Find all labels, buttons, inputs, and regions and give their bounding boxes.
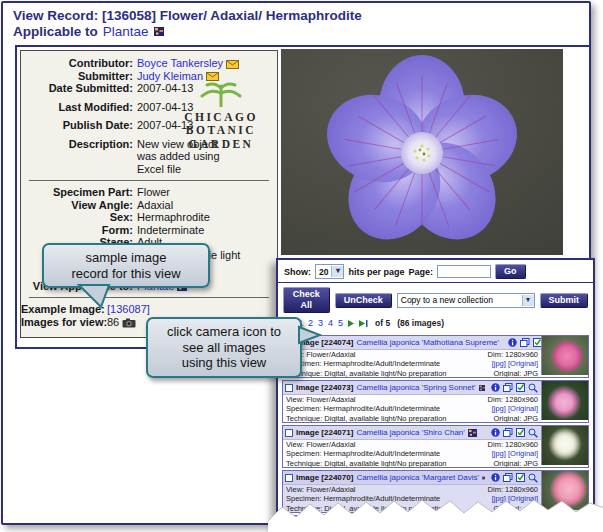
image-thumbnail[interactable] — [541, 381, 588, 420]
zoom-icon[interactable] — [528, 383, 538, 393]
jpg-link[interactable]: [jpg] — [492, 359, 506, 368]
contributor-label: Contributor: — [21, 57, 137, 70]
submitter-link[interactable]: Judy Kleiman — [137, 70, 203, 82]
species-link[interactable]: Camellia japonica 'Spring Sonnet' — [356, 383, 475, 392]
image-thumbnail[interactable] — [541, 426, 588, 465]
info-icon[interactable] — [491, 518, 500, 527]
info-icon[interactable] — [491, 473, 500, 482]
species-link[interactable]: Camellia japonica 'Margaret Davis' — [356, 473, 479, 482]
original-link[interactable]: [Original] — [508, 449, 538, 458]
email-icon[interactable] — [226, 60, 239, 69]
batch-actions-row: Check All UnCheck Copy to a new collecti… — [278, 283, 593, 315]
image-thumbnail[interactable] — [541, 336, 588, 375]
taxon-icon[interactable] — [154, 27, 164, 36]
description-label: Description: — [21, 138, 137, 151]
species-link[interactable]: Camellia japonica 'Mathotiana Supreme' — [356, 338, 499, 347]
callout-line: click camera icon to — [156, 324, 292, 340]
image-record: Image [224070] Camellia japonica 'Margar… — [282, 470, 589, 513]
page-number-link[interactable]: 5 — [338, 318, 343, 328]
species-link[interactable]: Camellia japonica 'Shiro Chan' — [356, 428, 464, 437]
view-angle-label: View Angle: — [21, 199, 137, 212]
record-view: View: Flower/Adaxial — [286, 395, 355, 404]
image-thumbnail[interactable] — [541, 471, 588, 510]
applicable-to-label: Applicable to — [13, 24, 98, 39]
record-checkbox[interactable] — [285, 474, 293, 482]
example-image-photo[interactable] — [281, 49, 563, 255]
record-specimen: Specimen: Hermaphrodite/Adult/Indetermin… — [286, 404, 440, 413]
flower-image — [281, 49, 563, 255]
edit-check-icon[interactable] — [516, 428, 525, 437]
jpg-link[interactable]: [jpg] — [492, 404, 506, 413]
sex-value: Hermaphrodite — [137, 211, 210, 223]
copy-icon[interactable] — [503, 383, 513, 392]
copy-icon[interactable] — [503, 473, 513, 482]
next-page-icon[interactable] — [347, 319, 355, 328]
taxon-icon[interactable] — [482, 474, 485, 482]
info-icon[interactable] — [491, 383, 500, 392]
jpg-link[interactable]: [jpg] — [492, 494, 506, 503]
info-icon[interactable] — [508, 338, 517, 347]
record-dim: Dim: 1280x960 — [488, 350, 538, 359]
collection-action-select[interactable]: Copy to a new collection▾ — [397, 293, 535, 308]
callout-line: see all images — [156, 340, 292, 356]
copy-icon[interactable] — [503, 518, 513, 527]
record-view: View: Flower/Adaxial — [286, 440, 355, 449]
chevron-down-icon: ▾ — [331, 266, 343, 277]
hits-per-page-select[interactable]: 20▾ — [315, 264, 344, 279]
page-title: View Record: [136058] Flower/ Adaxial/ H… — [13, 8, 362, 23]
collection-action-value: Copy to a new collection — [401, 295, 493, 305]
original-link[interactable]: [Original] — [508, 404, 538, 413]
email-icon[interactable] — [206, 72, 219, 81]
callout-line: record for this view — [52, 266, 200, 282]
copy-icon[interactable] — [520, 338, 530, 347]
uncheck-button[interactable]: UnCheck — [335, 293, 392, 308]
plantae-link[interactable]: Plantae — [103, 24, 149, 39]
taxon-icon[interactable] — [479, 384, 486, 392]
page-number-link[interactable]: 4 — [328, 318, 333, 328]
record-original: Original: JPG — [493, 504, 538, 513]
specimen-part-value: Flower — [137, 186, 170, 198]
original-link[interactable]: [Original] — [508, 494, 538, 503]
submitter-label: Submitter: — [21, 70, 137, 83]
zoom-icon[interactable] — [528, 428, 538, 438]
taxon-icon[interactable] — [435, 519, 444, 527]
camera-icon[interactable] — [122, 318, 136, 328]
date-submitted-label: Date Submitted: — [21, 82, 137, 95]
record-checkbox[interactable] — [285, 429, 293, 437]
check-all-button[interactable]: Check All — [283, 287, 330, 313]
image-id: Image [224071] — [296, 428, 353, 437]
last-page-icon[interactable] — [358, 319, 368, 328]
submit-button[interactable]: Submit — [540, 293, 589, 308]
copy-icon[interactable] — [503, 428, 513, 437]
go-button[interactable]: Go — [495, 264, 526, 279]
record-technique: Technique: Digital, available light/No p… — [286, 414, 447, 423]
record-specimen: Specimen: Hermaphrodite/Adult/Indetermin… — [286, 359, 440, 368]
info-icon[interactable] — [491, 428, 500, 437]
list-controls-row: Show: 20▾ hits per page Page: Go — [278, 260, 593, 283]
contributor-link[interactable]: Boyce Tankersley — [137, 57, 223, 69]
record-technique: Technique: Digital, available light/No p… — [286, 459, 447, 468]
record-technique: Technique: Digital, available light/No p… — [286, 504, 447, 513]
jpg-link[interactable]: [jpg] — [492, 449, 506, 458]
page-input[interactable] — [437, 265, 491, 278]
zoom-icon[interactable] — [528, 473, 538, 483]
image-id: Image [224073] — [296, 383, 353, 392]
record-specimen: Specimen: Hermaphrodite/Adult/Indetermin… — [286, 494, 440, 503]
edit-check-icon[interactable] — [516, 473, 525, 482]
example-image-link[interactable]: [136087] — [107, 303, 150, 315]
edit-check-icon[interactable] — [516, 383, 525, 392]
record-checkbox[interactable] — [285, 384, 293, 392]
hits-per-page-label: hits per page — [348, 267, 404, 277]
record-checkbox[interactable] — [285, 519, 293, 527]
image-record: Image [224073] Camellia japonica 'Spring… — [282, 380, 589, 423]
species-link[interactable]: Geranium 'Brookside' — [356, 518, 432, 527]
original-link[interactable]: [Original] — [508, 359, 538, 368]
taxon-icon[interactable] — [468, 429, 477, 437]
record-dim: Dim: 1280x960 — [488, 440, 538, 449]
zoom-icon[interactable] — [528, 518, 538, 528]
edit-check-icon[interactable] — [516, 518, 525, 527]
image-thumbnail[interactable] — [541, 516, 588, 532]
record-original: Original: JPG — [493, 414, 538, 423]
cbg-logo: CHICAGO BOTANIC GARDEN — [170, 81, 272, 151]
hits-per-page-value: 20 — [319, 267, 328, 277]
